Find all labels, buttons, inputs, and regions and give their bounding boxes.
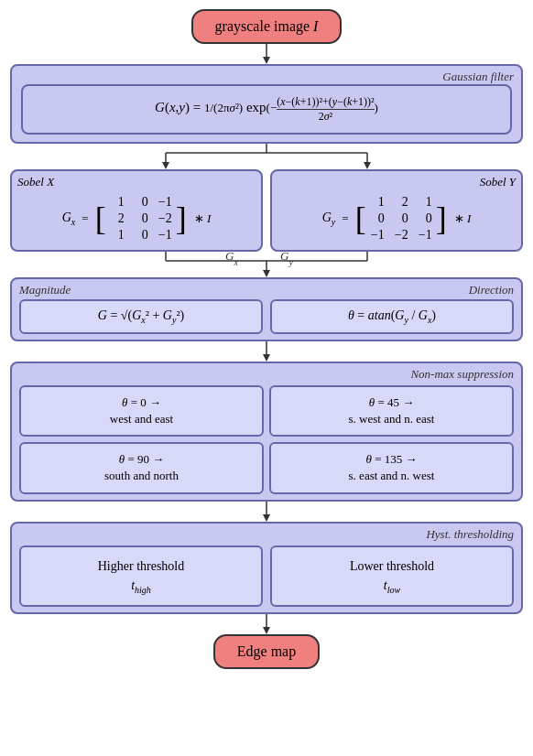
- sobel-y-label: Sobel Y: [480, 175, 516, 189]
- nonmax-cell-1: θ = 45 → s. west and n. east: [269, 385, 514, 437]
- nonmax-grid: θ = 0 → west and east θ = 45 → s. west a…: [19, 385, 514, 494]
- pipeline-diagram: grayscale image I Gaussian filter G(x,y)…: [10, 9, 523, 669]
- magnitude-label: Magnitude: [19, 283, 71, 297]
- matrix-row: 2 0 −2: [110, 211, 172, 226]
- arrow-4: [257, 614, 276, 634]
- nonmax-angle-0: θ = 0 →: [27, 394, 256, 411]
- hyst-low-var: tlow: [277, 576, 506, 597]
- nonmax-angle-3: θ = 135 →: [277, 451, 506, 468]
- sobel-x-box: Sobel X Gx = [ 1 0 −1 2 0 −2: [10, 169, 263, 252]
- hyst-high-var: thigh: [27, 576, 256, 597]
- matrix-row: 0 0 0: [370, 211, 432, 226]
- hyst-label: Hyst. thresholding: [426, 527, 514, 542]
- sobel-x-label: Sobel X: [17, 175, 54, 189]
- grayscale-label: grayscale image: [215, 18, 314, 34]
- svg-text:Gy: Gy: [280, 249, 293, 267]
- svg-marker-16: [263, 354, 270, 362]
- hyst-high-name: Higher threshold: [27, 556, 256, 576]
- arrow-1: [257, 44, 276, 64]
- hyst-low-name: Lower threshold: [277, 556, 506, 576]
- grayscale-var: I: [313, 18, 318, 34]
- nonmax-label: Non-max suppression: [410, 367, 514, 382]
- direction-box: θ = atan(Gy / Gx): [270, 299, 514, 334]
- gaussian-label: Gaussian filter: [442, 70, 514, 84]
- svg-marker-7: [364, 162, 371, 169]
- matrix-row: 1 0 −1: [110, 228, 172, 243]
- grayscale-node: grayscale image I: [191, 9, 343, 44]
- nonmax-desc-0: west and east: [27, 411, 256, 427]
- direction-label: Direction: [469, 283, 514, 297]
- edge-map-label: Edge map: [237, 643, 296, 659]
- sobel-y-var: Gy: [322, 211, 336, 227]
- arrow-2: [257, 341, 276, 362]
- nonmax-section: Non-max suppression θ = 0 → west and eas…: [10, 362, 523, 502]
- hyst-row: Higher threshold thigh Lower threshold t…: [19, 545, 514, 608]
- nonmax-angle-2: θ = 90 →: [27, 451, 256, 468]
- mag-dir-section: Magnitude Direction G = √(Gx² + Gy²) θ =…: [10, 277, 523, 341]
- nonmax-cell-0: θ = 0 → west and east: [19, 385, 264, 437]
- hyst-high-cell: Higher threshold thigh: [19, 545, 263, 608]
- magnitude-box: G = √(Gx² + Gy²): [19, 299, 263, 334]
- gaussian-formula: G(x,y) = 1/(2πσ²) exp(−(x−(k+1))²+(y−(k+…: [155, 100, 378, 114]
- edge-map-node: Edge map: [213, 634, 320, 669]
- nonmax-desc-2: south and north: [27, 468, 256, 484]
- sobel-row: Sobel X Gx = [ 1 0 −1 2 0 −2: [10, 169, 523, 252]
- matrix-row: 1 0 −1: [110, 195, 172, 210]
- hyst-low-cell: Lower threshold tlow: [270, 545, 514, 608]
- magnitude-formula: G: [98, 308, 107, 322]
- gaussian-section: Gaussian filter G(x,y) = 1/(2πσ²) exp(−(…: [10, 64, 523, 144]
- hyst-section: Hyst. thresholding Higher threshold thig…: [10, 522, 523, 615]
- svg-text:Gx: Gx: [225, 249, 238, 267]
- sobel-x-formula: Gx = [ 1 0 −1 2 0 −2 1: [62, 195, 212, 243]
- mag-dir-row: G = √(Gx² + Gy²) θ = atan(Gy / Gx): [19, 299, 514, 334]
- nonmax-angle-1: θ = 45 →: [277, 394, 506, 411]
- svg-marker-20: [263, 627, 270, 634]
- merge-arrow: Gx Gy: [10, 252, 523, 277]
- sobel-y-box: Sobel Y Gy = [ 1 2 1 0 0 0: [270, 169, 523, 252]
- nonmax-cell-2: θ = 90 → south and north: [19, 442, 264, 493]
- svg-marker-1: [263, 57, 270, 64]
- sobel-y-matrix: 1 2 1 0 0 0 −1 −2 −1: [370, 195, 432, 243]
- matrix-row: −1 −2 −1: [370, 228, 432, 243]
- gaussian-formula-box: G(x,y) = 1/(2πσ²) exp(−(x−(k+1))²+(y−(k+…: [21, 84, 512, 135]
- matrix-row: 1 2 1: [370, 195, 432, 210]
- nonmax-cell-3: θ = 135 → s. east and n. west: [269, 442, 514, 493]
- sobel-y-formula: Gy = [ 1 2 1 0 0 0 −1 −2: [322, 195, 472, 243]
- split-arrow: [10, 144, 523, 169]
- direction-formula: θ: [348, 308, 354, 322]
- nonmax-desc-1: s. west and n. east: [277, 411, 506, 427]
- svg-marker-12: [263, 270, 270, 277]
- nonmax-desc-3: s. east and n. west: [277, 468, 506, 484]
- sobel-x-matrix: 1 0 −1 2 0 −2 1 0 −1: [110, 195, 172, 243]
- arrow-3: [257, 502, 276, 522]
- svg-marker-5: [162, 162, 169, 169]
- sobel-x-var: Gx: [62, 211, 76, 227]
- svg-marker-18: [263, 514, 270, 522]
